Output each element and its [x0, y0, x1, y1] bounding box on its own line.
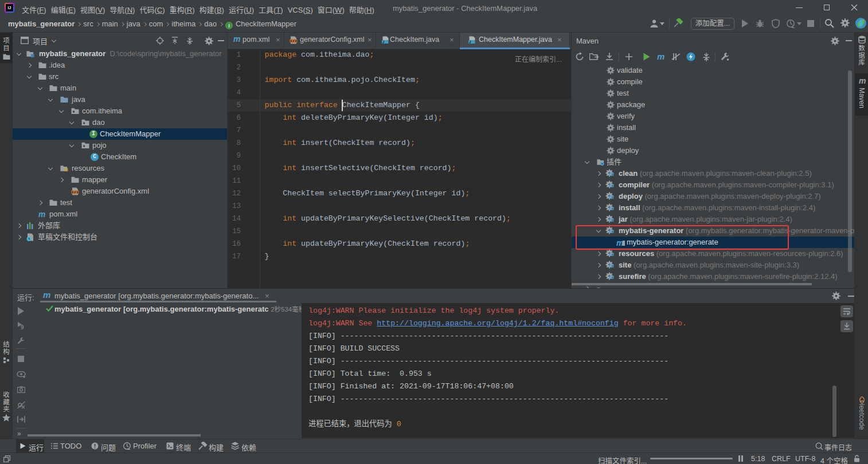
svg-text:9: 9 — [21, 324, 24, 330]
